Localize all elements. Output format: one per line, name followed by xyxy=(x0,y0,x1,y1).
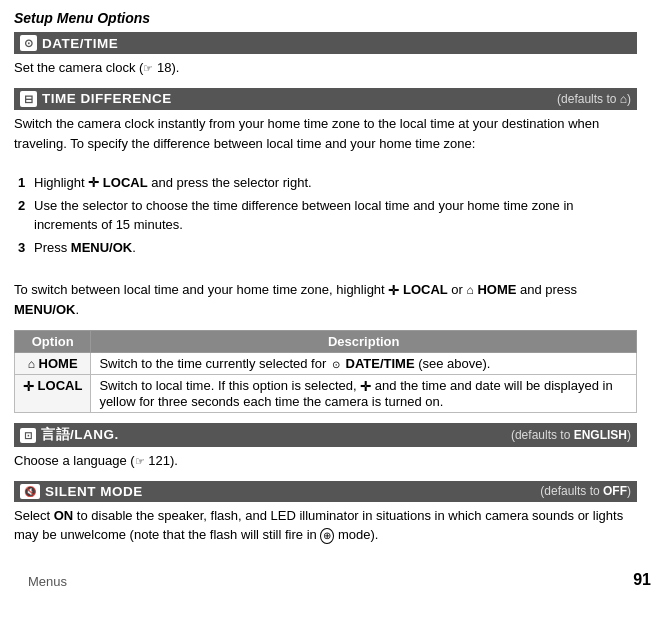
step-1-num: 1 xyxy=(18,173,34,193)
table-row-home: ⌂ HOME Switch to the time currently sele… xyxy=(15,352,637,375)
silent-body-text: Select ON to disable the speaker, flash,… xyxy=(14,508,623,543)
home-icon-inline: ⌂ xyxy=(467,281,474,299)
time-diff-icon: ⊟ xyxy=(20,91,37,107)
step-1: 1 Highlight ✛ LOCAL and press the select… xyxy=(14,173,637,193)
step-3-text: Press MENU/OK. xyxy=(34,238,637,258)
section-label-lang: 言語/LANG. xyxy=(41,426,119,444)
step-2: 2 Use the selector to choose the time di… xyxy=(14,196,637,235)
section-time-difference: ⊟ TIME DIFFERENCE (defaults to ⌂) Switch… xyxy=(14,88,637,414)
desc-cell-home: Switch to the time currently selected fo… xyxy=(91,352,637,375)
page-title: Setup Menu Options xyxy=(14,10,637,26)
section-header-silent: 🔇 SILENT MODE (defaults to OFF) xyxy=(14,481,637,502)
lang-body-text: Choose a language ( xyxy=(14,453,135,468)
plus-icon-table: ✛ xyxy=(23,379,34,394)
page-title-text: Setup Menu Options xyxy=(14,10,150,26)
step-3-num: 3 xyxy=(18,238,34,258)
section-header-date-time: ⊙ DATE/TIME xyxy=(14,32,637,54)
time-diff-switch-text: To switch between local time and your ho… xyxy=(14,280,637,320)
step-3: 3 Press MENU/OK. xyxy=(14,238,637,258)
section-body-date-time: Set the camera clock (☞ 18). xyxy=(14,58,637,78)
plus-icon-1: ✛ xyxy=(88,173,99,193)
section-body-silent: Select ON to disable the speaker, flash,… xyxy=(14,506,637,545)
section-label-silent: SILENT MODE xyxy=(45,484,143,499)
section-header-time-diff: ⊟ TIME DIFFERENCE (defaults to ⌂) xyxy=(14,88,637,110)
time-diff-intro: Switch the camera clock instantly from y… xyxy=(14,114,637,153)
section-date-time: ⊙ DATE/TIME Set the camera clock (☞ 18). xyxy=(14,32,637,78)
options-table: Option Description ⌂ HOME Switch to the … xyxy=(14,330,637,414)
silent-icon: 🔇 xyxy=(20,484,40,499)
lang-defaults: (defaults to ENGLISH) xyxy=(511,428,631,442)
date-time-ref-num: 18). xyxy=(153,60,179,75)
time-diff-defaults: (defaults to ⌂) xyxy=(557,92,631,106)
footer: Menus 91 xyxy=(28,571,651,589)
section-lang: ⊡ 言語/LANG. (defaults to ENGLISH) Choose … xyxy=(14,423,637,471)
silent-defaults: (defaults to OFF) xyxy=(540,484,631,498)
lang-ref-icon: ☞ xyxy=(135,455,145,467)
date-time-ref-icon: ☞ xyxy=(143,62,153,74)
table-row-local: ✛ LOCAL Switch to local time. If this op… xyxy=(15,375,637,413)
step-2-num: 2 xyxy=(18,196,34,235)
date-time-inline-icon: ⊙ xyxy=(330,359,342,370)
footer-menus: Menus xyxy=(28,574,67,589)
plus-icon-desc: ✛ xyxy=(360,379,371,394)
lang-ref-num: 121). xyxy=(145,453,178,468)
date-time-icon: ⊙ xyxy=(20,35,37,51)
option-cell-home: ⌂ HOME xyxy=(15,352,91,375)
section-silent-mode: 🔇 SILENT MODE (defaults to OFF) Select O… xyxy=(14,481,637,545)
step-2-text: Use the selector to choose the time diff… xyxy=(34,196,637,235)
lang-icon: ⊡ xyxy=(20,428,36,443)
plus-icon-local: ✛ xyxy=(388,281,399,301)
camera-mode-icon: ⊕ xyxy=(320,528,334,544)
section-body-lang: Choose a language (☞ 121). xyxy=(14,451,637,471)
section-label-date-time: DATE/TIME xyxy=(42,36,118,51)
table-header-option: Option xyxy=(15,330,91,352)
desc-cell-local: Switch to local time. If this option is … xyxy=(91,375,637,413)
step-1-text: Highlight ✛ LOCAL and press the selector… xyxy=(34,173,637,193)
home-icon-table: ⌂ xyxy=(28,357,35,371)
footer-page: 91 xyxy=(633,571,651,589)
table-header-description: Description xyxy=(91,330,637,352)
section-header-lang: ⊡ 言語/LANG. (defaults to ENGLISH) xyxy=(14,423,637,447)
section-body-time-diff: Switch the camera clock instantly from y… xyxy=(14,114,637,320)
option-cell-local: ✛ LOCAL xyxy=(15,375,91,413)
section-label-time-diff: TIME DIFFERENCE xyxy=(42,91,172,106)
date-time-body-text: Set the camera clock ( xyxy=(14,60,143,75)
